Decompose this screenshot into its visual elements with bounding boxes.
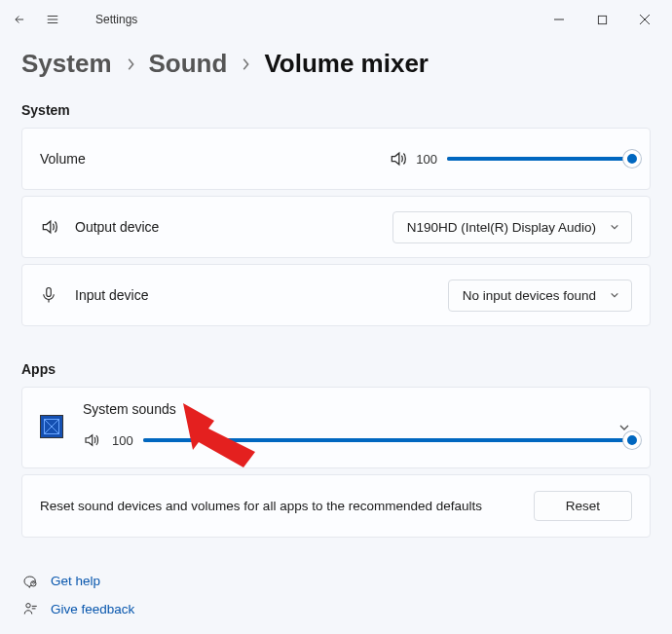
- input-device-dropdown[interactable]: No input devices found: [448, 280, 632, 312]
- maximize-button[interactable]: [580, 4, 623, 35]
- app-volume-value: 100: [112, 433, 133, 448]
- volume-value: 100: [416, 152, 437, 167]
- output-device-dropdown[interactable]: N190HD (Intel(R) Display Audio): [392, 211, 632, 243]
- input-device-selected: No input devices found: [463, 288, 596, 303]
- titlebar-left: Settings: [12, 12, 137, 27]
- svg-point-3: [25, 604, 29, 608]
- chevron-right-icon: [241, 57, 250, 71]
- output-device-label: Output device: [75, 219, 159, 235]
- content-area: System Sound Volume mixer System Volume …: [0, 39, 672, 616]
- reset-button[interactable]: Reset: [534, 491, 632, 521]
- system-sounds-icon: [40, 415, 63, 438]
- chevron-down-icon: [610, 222, 619, 232]
- give-feedback-label: Give feedback: [51, 602, 134, 616]
- input-device-label: Input device: [75, 287, 149, 303]
- breadcrumb-system[interactable]: System: [21, 49, 112, 79]
- chevron-down-icon: [610, 290, 619, 300]
- chevron-right-icon: [126, 57, 135, 71]
- back-button[interactable]: [12, 12, 27, 27]
- breadcrumb-current: Volume mixer: [264, 49, 429, 79]
- speaker-icon: [83, 431, 100, 449]
- breadcrumb-sound[interactable]: Sound: [149, 49, 228, 79]
- minimize-button[interactable]: [538, 4, 580, 35]
- footer-links: Get help Give feedback: [21, 567, 651, 616]
- svg-rect-0: [598, 16, 606, 23]
- menu-icon[interactable]: [45, 12, 60, 27]
- get-help-label: Get help: [51, 574, 100, 588]
- microphone-icon: [40, 285, 75, 305]
- app-title: Settings: [95, 13, 137, 26]
- volume-label: Volume: [40, 151, 86, 167]
- volume-card: Volume 100: [21, 128, 651, 190]
- input-device-card: Input device No input devices found: [21, 264, 651, 326]
- speaker-icon: [40, 217, 75, 237]
- app-name-label: System sounds: [83, 401, 632, 417]
- section-system-heading: System: [21, 102, 651, 118]
- reset-description: Reset sound devices and volumes for all …: [40, 499, 482, 513]
- speaker-icon: [389, 149, 408, 168]
- titlebar: Settings: [0, 0, 672, 39]
- app-system-sounds-card: System sounds 100: [21, 387, 651, 468]
- reset-card: Reset sound devices and volumes for all …: [21, 474, 651, 538]
- app-volume-slider[interactable]: [143, 430, 632, 450]
- breadcrumb: System Sound Volume mixer: [21, 49, 651, 79]
- give-feedback-link[interactable]: Give feedback: [21, 602, 651, 616]
- output-device-card: Output device N190HD (Intel(R) Display A…: [21, 196, 651, 258]
- get-help-link[interactable]: Get help: [21, 573, 651, 588]
- output-device-selected: N190HD (Intel(R) Display Audio): [407, 220, 596, 235]
- expand-button[interactable]: [618, 422, 630, 433]
- feedback-icon: [21, 602, 39, 616]
- window-controls: [538, 4, 666, 35]
- close-button[interactable]: [623, 4, 666, 35]
- help-icon: [21, 573, 39, 588]
- section-apps-heading: Apps: [21, 361, 651, 377]
- volume-slider[interactable]: [447, 149, 632, 168]
- svg-rect-1: [47, 288, 52, 297]
